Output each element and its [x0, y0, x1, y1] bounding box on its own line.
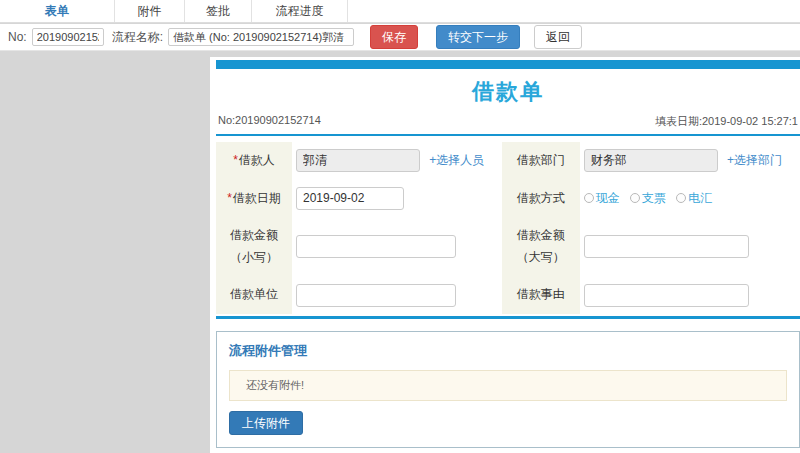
- method-label-cell: 借款方式: [502, 180, 580, 218]
- borrower-input[interactable]: [296, 149, 420, 172]
- attachments-heading: 流程附件管理: [229, 342, 787, 360]
- reason-input[interactable]: [584, 284, 749, 307]
- amount-small-input-cell: [292, 217, 502, 276]
- radio-wire[interactable]: 电汇: [676, 191, 712, 205]
- radio-circle-icon[interactable]: [676, 193, 686, 203]
- department-input-cell: +选择部门: [580, 142, 800, 180]
- upload-attachment-button[interactable]: 上传附件: [229, 411, 303, 435]
- amount-small-label-cell: 借款金额（小写）: [216, 217, 292, 276]
- no-attachments-alert: 还没有附件!: [229, 370, 787, 401]
- no-input[interactable]: [32, 28, 104, 46]
- radio-cash[interactable]: 现金: [584, 191, 620, 205]
- table-row: 借款单位 借款事由: [216, 276, 800, 314]
- unit-input-cell: [292, 276, 502, 314]
- no-label: No:: [8, 30, 27, 44]
- department-input[interactable]: [584, 149, 718, 172]
- attachments-section: 流程附件管理 还没有附件! 上传附件: [216, 331, 800, 448]
- loan-date-label-cell: *借款日期: [216, 180, 292, 218]
- loan-date-input[interactable]: [296, 187, 404, 210]
- amount-big-input-cell: [580, 217, 800, 276]
- top-accent-bar: [216, 60, 800, 69]
- form-date-text: 填表日期:2019-09-02 15:27:1: [655, 114, 798, 129]
- reason-label-cell: 借款事由: [502, 276, 580, 314]
- amount-big-label-cell: 借款金额（大写）: [502, 217, 580, 276]
- table-row: *借款人 +选择人员 借款部门 +选择部门: [216, 142, 800, 180]
- select-person-link[interactable]: +选择人员: [429, 153, 484, 167]
- form-title: 借款单: [216, 77, 800, 107]
- unit-input[interactable]: [296, 284, 456, 307]
- flow-name-label: 流程名称:: [112, 29, 163, 46]
- tab-form[interactable]: 表单: [0, 0, 115, 22]
- form-meta-row: No:20190902152714 填表日期:2019-09-02 15:27:…: [216, 114, 800, 134]
- required-mark: *: [227, 191, 232, 205]
- borrower-label-cell: *借款人: [216, 142, 292, 180]
- tab-progress[interactable]: 流程进度: [252, 0, 348, 22]
- loan-form-card: 借款单 No:20190902152714 填表日期:2019-09-02 15…: [210, 57, 800, 453]
- amount-small-input[interactable]: [296, 235, 456, 258]
- select-department-link[interactable]: +选择部门: [727, 153, 782, 167]
- loan-date-input-cell: [292, 180, 502, 218]
- next-step-button[interactable]: 转交下一步: [436, 25, 520, 49]
- form-no-text: No:20190902152714: [218, 114, 321, 129]
- method-input-cell: 现金 支票 电汇: [580, 180, 800, 218]
- tab-approval[interactable]: 签批: [185, 0, 252, 22]
- divider-line-top: [216, 134, 800, 136]
- flow-name-input[interactable]: [168, 28, 354, 46]
- radio-circle-icon[interactable]: [584, 193, 594, 203]
- table-row: *借款日期 借款方式 现金 支票 电汇: [216, 180, 800, 218]
- divider-line-bottom: [216, 316, 800, 319]
- radio-circle-icon[interactable]: [630, 193, 640, 203]
- amount-big-input[interactable]: [584, 235, 749, 258]
- radio-cheque[interactable]: 支票: [630, 191, 666, 205]
- save-button[interactable]: 保存: [370, 25, 418, 49]
- table-row: 借款金额（小写） 借款金额（大写）: [216, 217, 800, 276]
- department-label-cell: 借款部门: [502, 142, 580, 180]
- loan-form-table: *借款人 +选择人员 借款部门 +选择部门 *借款日期 借款方式: [216, 142, 800, 314]
- unit-label-cell: 借款单位: [216, 276, 292, 314]
- action-toolbar: No: 流程名称: 保存 转交下一步 返回: [0, 24, 800, 51]
- tab-attachments[interactable]: 附件: [115, 0, 185, 22]
- top-tab-bar: 表单 附件 签批 流程进度: [0, 0, 800, 23]
- required-mark: *: [233, 153, 238, 167]
- reason-input-cell: [580, 276, 800, 314]
- borrower-input-cell: +选择人员: [292, 142, 502, 180]
- back-button[interactable]: 返回: [534, 25, 582, 49]
